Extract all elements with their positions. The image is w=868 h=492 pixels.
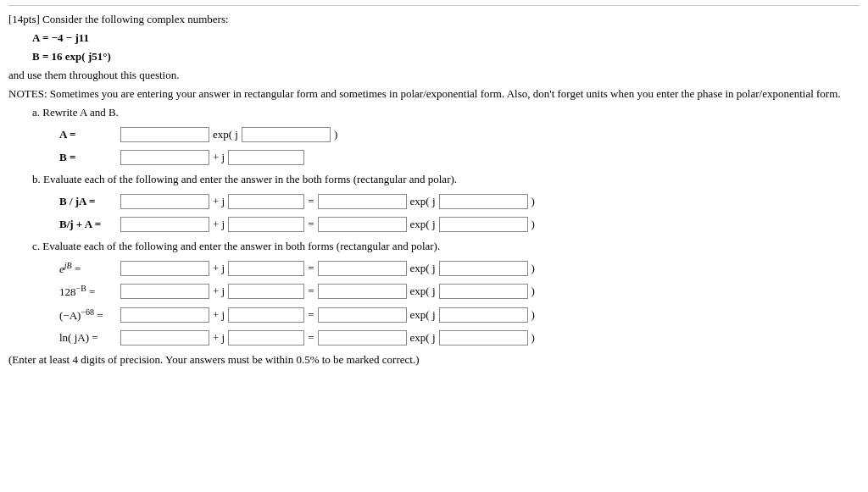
def-b: B = 16 exp( j51°) — [32, 50, 860, 64]
text-close-c3: ) — [528, 308, 538, 322]
notes-label: NOTES: — [8, 87, 47, 100]
text-close-c1: ) — [528, 262, 538, 275]
text-plusj-b2: + j — [209, 218, 228, 231]
input-b2-imag[interactable] — [228, 217, 304, 232]
text-close-a: ) — [331, 128, 341, 141]
label-c3-eq: = — [94, 309, 103, 322]
points-tag: [14pts] — [8, 13, 40, 25]
text-expj-c4: exp( j — [407, 331, 439, 345]
input-b-real[interactable] — [120, 150, 209, 165]
input-c1-phase[interactable] — [439, 261, 528, 276]
input-c3-mag[interactable] — [318, 307, 407, 323]
text-expj-c3: exp( j — [407, 308, 439, 322]
label-c3-sup: −68 — [81, 307, 94, 317]
def-b-value: 16 exp( j51°) — [52, 50, 111, 63]
row-c1: ejB = + j = exp( j ) — [59, 261, 860, 276]
def-a-label: A = — [32, 31, 52, 44]
text-plusj-b: + j — [209, 151, 228, 164]
def-b-label: B = — [32, 50, 52, 63]
input-c2-mag[interactable] — [318, 284, 407, 299]
input-a-phase[interactable] — [242, 127, 331, 142]
input-c1-imag[interactable] — [228, 261, 304, 276]
def-a: A = −4 − j11 — [32, 31, 860, 45]
text-expj-b2: exp( j — [407, 218, 439, 231]
text-plusj-c4: + j — [209, 331, 228, 345]
input-c3-real[interactable] — [120, 307, 209, 323]
text-plusj-c3: + j — [209, 308, 228, 322]
part-a-title: a. Rewrite A and B. — [32, 106, 860, 119]
text-eq-c3: = — [304, 308, 317, 322]
notes-line: NOTES: Sometimes you are entering your a… — [8, 87, 860, 101]
input-c4-real[interactable] — [120, 330, 209, 346]
text-expj-a: exp( j — [209, 128, 242, 141]
label-c1: ejB = — [59, 261, 120, 276]
text-close-c4: ) — [528, 331, 538, 345]
label-c4: ln( jA) = — [59, 331, 120, 345]
text-eq-c4: = — [304, 331, 317, 345]
row-a-polar: A = exp( j ) — [59, 127, 860, 142]
row-c2: 128−B = + j = exp( j ) — [59, 284, 860, 299]
text-plusj-c2: + j — [209, 285, 228, 298]
label-b2: B/j + A = — [59, 218, 120, 231]
input-b2-real[interactable] — [120, 217, 209, 232]
part-b-title: b. Evaluate each of the following and en… — [32, 173, 860, 186]
label-c3: (−A)−68 = — [59, 307, 120, 323]
label-c2-eq: = — [86, 286, 96, 299]
footer-note: (Enter at least 4 digits of precision. Y… — [8, 353, 860, 367]
text-close-c2: ) — [528, 285, 538, 298]
input-b1-mag[interactable] — [318, 194, 407, 209]
label-c2-sup: −B — [76, 284, 86, 293]
input-b1-phase[interactable] — [439, 194, 528, 209]
text-close-b2: ) — [528, 218, 538, 231]
text-eq-c1: = — [304, 262, 317, 275]
text-plusj-b1: + j — [209, 195, 228, 208]
text-expj-c2: exp( j — [407, 285, 439, 298]
input-b2-mag[interactable] — [318, 217, 407, 232]
label-c2: 128−B = — [59, 284, 120, 299]
input-c1-real[interactable] — [120, 261, 209, 276]
problem-header: [14pts] Consider the following complex n… — [8, 13, 860, 26]
label-c1-sup: jB — [64, 261, 72, 270]
text-eq-b1: = — [304, 195, 317, 208]
label-a-eq: A = — [59, 128, 120, 141]
row-b2: B/j + A = + j = exp( j ) — [59, 217, 860, 232]
input-c3-imag[interactable] — [228, 307, 304, 323]
label-c3-pre: (−A) — [59, 309, 81, 322]
row-b-rect: B = + j — [59, 150, 860, 165]
input-a-mag[interactable] — [120, 127, 209, 142]
input-b1-imag[interactable] — [228, 194, 304, 209]
row-c3: (−A)−68 = + j = exp( j ) — [59, 307, 860, 323]
label-c1-eq: = — [72, 263, 81, 275]
text-close-b1: ) — [528, 195, 538, 208]
row-c4: ln( jA) = + j = exp( j ) — [59, 330, 860, 346]
input-c4-phase[interactable] — [439, 330, 528, 346]
text-plusj-c1: + j — [209, 262, 228, 275]
input-c2-real[interactable] — [120, 284, 209, 299]
top-divider — [8, 5, 860, 6]
notes-text: Sometimes you are entering your answer i… — [47, 87, 841, 100]
input-c4-mag[interactable] — [318, 330, 407, 346]
label-b-eq: B = — [59, 151, 120, 164]
text-eq-c2: = — [304, 285, 317, 298]
def-a-value: −4 − j11 — [52, 31, 89, 44]
input-c4-imag[interactable] — [228, 330, 304, 346]
input-c1-mag[interactable] — [318, 261, 407, 276]
text-eq-b2: = — [304, 218, 317, 231]
intro-text: Consider the following complex numbers: — [42, 13, 229, 25]
input-b1-real[interactable] — [120, 194, 209, 209]
input-c3-phase[interactable] — [439, 307, 528, 323]
text-expj-b1: exp( j — [407, 195, 439, 208]
text-expj-c1: exp( j — [407, 262, 439, 275]
input-b2-phase[interactable] — [439, 217, 528, 232]
label-c2-pre: 128 — [59, 286, 76, 299]
label-b1: B / jA = — [59, 195, 120, 208]
input-c2-phase[interactable] — [439, 284, 528, 299]
use-line: and use them throughout this question. — [8, 69, 860, 82]
part-c-title: c. Evaluate each of the following and en… — [32, 240, 860, 253]
input-c2-imag[interactable] — [228, 284, 304, 299]
input-b-imag[interactable] — [228, 150, 304, 165]
row-b1: B / jA = + j = exp( j ) — [59, 194, 860, 209]
